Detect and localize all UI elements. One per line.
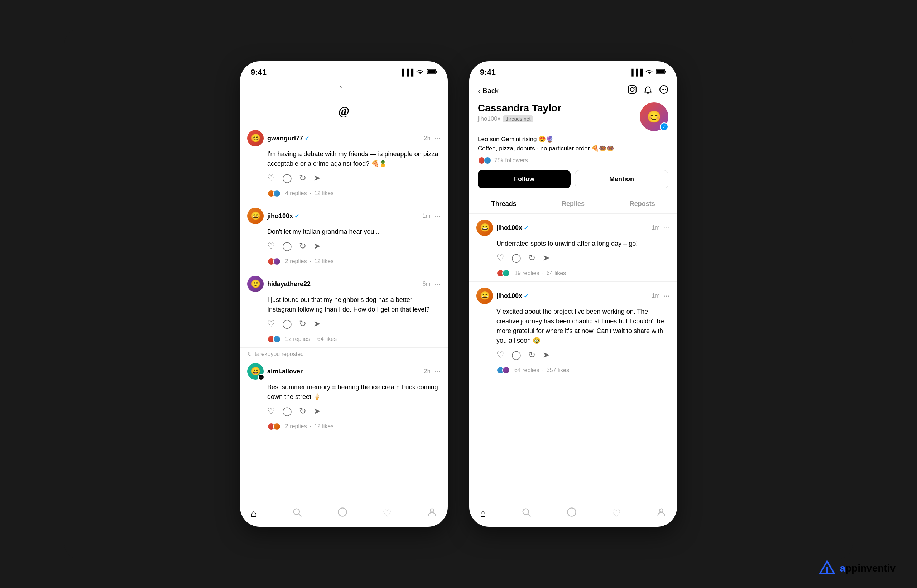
nav-compose[interactable] — [337, 507, 348, 520]
nav-home[interactable]: ⌂ — [251, 508, 257, 519]
share-icon[interactable]: ➤ — [543, 350, 550, 360]
nav-heart-2[interactable]: ♡ — [612, 507, 621, 519]
comment-icon[interactable]: ◯ — [282, 406, 292, 416]
status-icons-1: ▐▐▐ — [400, 69, 437, 76]
nav-home-2[interactable]: ⌂ — [480, 508, 486, 519]
appinventiv-logo: appinventiv — [818, 559, 896, 577]
repost-icon[interactable]: ↻ — [528, 350, 535, 360]
bio-line-2: Coffee, pizza, donuts - no particular or… — [478, 144, 668, 153]
bio-line-1: Leo sun Gemini rising 😍🔮 — [478, 135, 668, 144]
comment-icon[interactable]: ◯ — [511, 253, 521, 263]
more-options-icon[interactable]: ··· — [434, 367, 441, 376]
comment-icon[interactable]: ◯ — [511, 350, 521, 360]
logo-rest-text: ppinventiv — [845, 562, 896, 573]
status-bar-2: 9:41 ▐▐▐ — [469, 61, 677, 81]
nav-search-2[interactable] — [521, 507, 531, 520]
like-count: 12 likes — [314, 258, 333, 265]
profile-avatar: 😊 ✓ — [640, 102, 668, 131]
svg-rect-8 — [657, 70, 664, 73]
instagram-icon[interactable] — [628, 85, 637, 97]
follow-button[interactable]: Follow — [478, 170, 571, 188]
signal-icon: ▐▐▐ — [400, 69, 413, 76]
appinventiv-text: appinventiv — [839, 562, 896, 574]
comment-icon[interactable]: ◯ — [282, 173, 292, 183]
svg-text:@: @ — [338, 104, 349, 118]
share-icon[interactable]: ➤ — [314, 173, 320, 183]
more-icon[interactable] — [659, 85, 668, 97]
repost-icon: ↻ — [247, 351, 252, 357]
like-icon[interactable]: ♡ — [497, 253, 505, 263]
back-label: Back — [482, 87, 498, 95]
svg-rect-2 — [436, 71, 437, 73]
more-options-icon[interactable]: ··· — [663, 223, 670, 233]
phone-feed: 9:41 ▐▐▐ @ — [240, 61, 448, 527]
username: jiho100x — [267, 212, 293, 220]
svg-point-14 — [661, 89, 663, 90]
like-icon[interactable]: ♡ — [267, 406, 275, 416]
post-content: Don't let my Italian grandma hear you... — [247, 227, 441, 237]
verified-icon: ✓ — [294, 213, 299, 220]
nav-compose-2[interactable] — [567, 507, 577, 520]
avatar: 😀 + — [247, 363, 264, 380]
post-stats: 4 replies · 12 likes — [247, 187, 441, 202]
comment-icon[interactable]: ◯ — [282, 241, 292, 251]
more-options-icon[interactable]: ··· — [434, 211, 441, 221]
post-content: V excited about the project I've been wo… — [476, 307, 670, 346]
svg-point-15 — [663, 89, 665, 90]
share-icon[interactable]: ➤ — [314, 319, 320, 329]
nav-profile-2[interactable] — [656, 507, 666, 520]
svg-point-11 — [631, 88, 634, 92]
main-container: 9:41 ▐▐▐ @ — [65, 29, 852, 559]
post-time: 2h — [424, 135, 430, 141]
profile-followers: 75k followers — [478, 157, 668, 164]
handle-badge: threads.net — [503, 115, 534, 123]
nav-search[interactable] — [292, 507, 302, 520]
like-icon[interactable]: ♡ — [267, 241, 275, 251]
dot-separator: · — [542, 270, 543, 276]
share-icon[interactable]: ➤ — [314, 241, 320, 251]
mention-button[interactable]: Mention — [575, 170, 668, 188]
nav-heart[interactable]: ♡ — [383, 507, 391, 519]
repost-icon[interactable]: ↻ — [299, 241, 306, 251]
more-options-icon[interactable]: ··· — [663, 291, 670, 300]
appinventiv-logo-icon — [818, 559, 836, 577]
tab-threads[interactable]: Threads — [469, 194, 539, 213]
like-icon[interactable]: ♡ — [267, 173, 275, 183]
post-time: 1m — [652, 225, 660, 231]
comment-icon[interactable]: ◯ — [282, 319, 292, 329]
verified-icon: ✓ — [304, 135, 309, 142]
bell-icon[interactable] — [643, 85, 653, 97]
tab-replies[interactable]: Replies — [539, 194, 608, 213]
svg-rect-1 — [428, 70, 435, 73]
like-count: 12 likes — [314, 190, 333, 197]
repost-icon[interactable]: ↻ — [299, 319, 306, 329]
verified-icon: ✓ — [524, 292, 528, 299]
list-item: 😄 jiho100x ✓ 1m ··· V excited about the … — [469, 282, 677, 379]
reply-count: 2 replies — [285, 258, 307, 265]
tab-reposts[interactable]: Reposts — [608, 194, 677, 213]
status-bar-1: 9:41 ▐▐▐ — [240, 61, 448, 81]
share-icon[interactable]: ➤ — [543, 253, 550, 263]
like-icon[interactable]: ♡ — [267, 319, 275, 329]
svg-point-12 — [634, 87, 635, 88]
more-options-icon[interactable]: ··· — [434, 279, 441, 289]
list-item: 😄 jiho100x ✓ 1m ··· Underrated spots to … — [469, 214, 677, 282]
wifi-icon — [416, 69, 424, 76]
post-meta: jiho100x ✓ — [267, 212, 419, 220]
svg-line-18 — [528, 514, 530, 516]
threads-logo-area: @ — [240, 81, 448, 124]
dot-separator: · — [309, 258, 311, 265]
repost-icon[interactable]: ↻ — [299, 406, 306, 416]
more-options-icon[interactable]: ··· — [434, 134, 441, 143]
repost-icon[interactable]: ↻ — [299, 173, 306, 183]
repost-icon[interactable]: ↻ — [528, 253, 535, 263]
share-icon[interactable]: ➤ — [314, 406, 320, 416]
post-stats: 2 replies · 12 likes — [247, 255, 441, 270]
back-button[interactable]: ‹ Back — [478, 86, 499, 95]
username: gwangurl77 — [267, 135, 303, 142]
nav-profile[interactable] — [427, 507, 437, 520]
profile-info: Cassandra Taylor jiho100x threads.net 😊 … — [478, 102, 668, 131]
list-item: 😀 + aimi.allover 2h ··· Best summer memo… — [240, 357, 448, 435]
like-icon[interactable]: ♡ — [497, 350, 505, 360]
post-stats: 12 replies · 64 likes — [247, 332, 441, 347]
